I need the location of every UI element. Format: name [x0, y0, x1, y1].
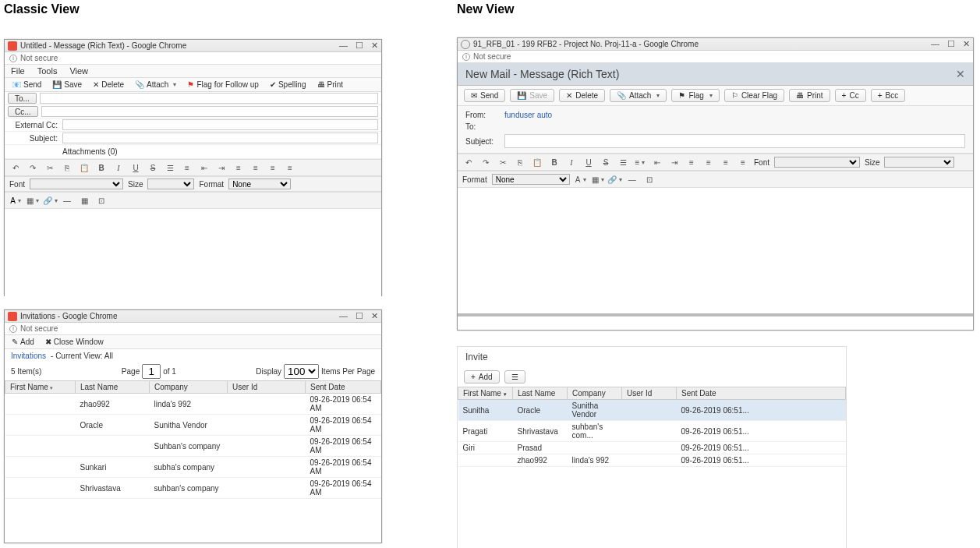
- align-right-icon[interactable]: ≡: [720, 156, 732, 168]
- close-window-button[interactable]: ✖ Close Window: [43, 337, 106, 347]
- bcc-button[interactable]: + Bcc: [871, 89, 906, 102]
- subject-input[interactable]: [504, 134, 965, 148]
- print-button[interactable]: 🖶 Print: [315, 80, 346, 90]
- external-cc-input[interactable]: [62, 119, 378, 130]
- strike-icon[interactable]: S: [147, 161, 159, 174]
- table-row[interactable]: zhao992linda's 99209-26-2019 06:51...: [458, 454, 846, 467]
- align-left-icon[interactable]: ≡: [685, 156, 698, 168]
- cc-button[interactable]: Cc...: [8, 106, 38, 117]
- table-row[interactable]: Suhban's company09-26-2019 06:54 AM: [5, 436, 381, 457]
- list-bullet-icon[interactable]: ☰: [164, 161, 176, 174]
- col-sent[interactable]: Sent Date: [677, 387, 846, 400]
- col-userid[interactable]: User Id: [622, 387, 677, 400]
- invite-settings-button[interactable]: ☰: [504, 370, 525, 384]
- message-body[interactable]: [5, 209, 381, 326]
- minimize-icon[interactable]: —: [339, 311, 348, 321]
- invitations-link[interactable]: Invitations: [11, 352, 46, 360]
- link-icon[interactable]: 🔗: [44, 194, 56, 207]
- strike-icon[interactable]: S: [600, 156, 612, 168]
- message-body[interactable]: [458, 188, 973, 316]
- delete-button[interactable]: ✕ Delete: [90, 80, 126, 90]
- col-company[interactable]: Company: [568, 387, 622, 400]
- link-icon[interactable]: 🔗: [609, 173, 621, 186]
- size-select[interactable]: [147, 179, 194, 189]
- italic-icon[interactable]: I: [112, 161, 125, 174]
- menu-file[interactable]: File: [11, 66, 25, 76]
- table-icon[interactable]: ▦: [78, 194, 90, 207]
- close-icon[interactable]: ✕: [956, 68, 965, 80]
- maximize-icon[interactable]: ☐: [947, 39, 955, 49]
- align-center-icon[interactable]: ≡: [702, 156, 715, 168]
- maximize-icon[interactable]: ☐: [356, 41, 363, 51]
- table-row[interactable]: OracleSunitha Vendor09-26-2019 06:54 AM: [5, 415, 381, 436]
- outdent-icon[interactable]: ⇤: [651, 156, 663, 168]
- send-button[interactable]: ✉ Send: [464, 89, 505, 102]
- list-num-icon[interactable]: ≡: [181, 161, 193, 174]
- minimize-icon[interactable]: —: [931, 39, 939, 49]
- menu-view[interactable]: View: [69, 66, 88, 76]
- redo-icon[interactable]: ↷: [27, 161, 39, 174]
- format-select[interactable]: None: [492, 174, 570, 185]
- cut-icon[interactable]: ✂: [44, 161, 56, 174]
- image-icon[interactable]: ⊡: [643, 173, 656, 186]
- maximize-icon[interactable]: ☐: [356, 311, 363, 321]
- font-select[interactable]: [774, 157, 860, 168]
- hr-icon[interactable]: —: [61, 194, 73, 207]
- align-left-icon[interactable]: ≡: [232, 161, 245, 174]
- subject-input[interactable]: [62, 133, 378, 143]
- minimize-icon[interactable]: —: [339, 41, 348, 51]
- copy-icon[interactable]: ⎘: [61, 161, 73, 174]
- copy-icon[interactable]: ⎘: [514, 156, 526, 168]
- highlight-icon[interactable]: ▦: [27, 194, 39, 207]
- paste-icon[interactable]: 📋: [78, 161, 90, 174]
- clear-flag-button[interactable]: ⚐ Clear Flag: [724, 89, 784, 102]
- table-row[interactable]: zhao992linda's 99209-26-2019 06:54 AM: [5, 394, 381, 415]
- attachments-label[interactable]: Attachments (0): [62, 146, 118, 157]
- outdent-icon[interactable]: ⇤: [198, 161, 211, 174]
- save-button[interactable]: 💾 Save: [50, 80, 84, 90]
- align-center-icon[interactable]: ≡: [249, 161, 262, 174]
- info-icon[interactable]: i: [9, 55, 17, 62]
- cc-input[interactable]: [41, 106, 378, 117]
- table-row[interactable]: PragatiShrivastavasuhban's com...09-26-2…: [458, 421, 846, 442]
- from-value[interactable]: funduser auto: [504, 111, 552, 119]
- underline-icon[interactable]: U: [582, 156, 595, 168]
- info-icon[interactable]: i: [462, 53, 470, 61]
- image-icon[interactable]: ⊡: [95, 194, 108, 207]
- list-bullet-icon[interactable]: ☰: [617, 156, 629, 168]
- col-last[interactable]: Last Name: [513, 387, 568, 400]
- paste-icon[interactable]: 📋: [531, 156, 543, 168]
- delete-button[interactable]: ✕ Delete: [559, 89, 605, 102]
- page-input[interactable]: [142, 364, 161, 379]
- save-button[interactable]: 💾 Save: [510, 89, 554, 102]
- menu-tools[interactable]: Tools: [37, 66, 58, 76]
- undo-icon[interactable]: ↶: [462, 156, 475, 168]
- add-button[interactable]: ✎ Add: [9, 337, 37, 347]
- align-right-icon[interactable]: ≡: [267, 161, 279, 174]
- close-icon[interactable]: ✕: [963, 39, 970, 49]
- font-select[interactable]: [30, 179, 123, 189]
- redo-icon[interactable]: ↷: [479, 156, 492, 168]
- list-num-icon[interactable]: ≡: [634, 156, 646, 168]
- size-select[interactable]: [884, 157, 954, 168]
- perpage-select[interactable]: 100: [284, 364, 319, 379]
- col-company[interactable]: Company: [150, 381, 228, 394]
- to-input[interactable]: [40, 93, 378, 104]
- attach-button[interactable]: 📎 Attach: [610, 89, 667, 102]
- cut-icon[interactable]: ✂: [497, 156, 509, 168]
- highlight-icon[interactable]: ▦: [592, 173, 604, 186]
- justify-icon[interactable]: ≡: [284, 161, 296, 174]
- attach-button[interactable]: 📎 Attach: [133, 80, 179, 90]
- print-button[interactable]: 🖶 Print: [789, 89, 830, 102]
- to-button[interactable]: To...: [8, 93, 37, 104]
- format-select[interactable]: None: [228, 179, 291, 189]
- info-icon[interactable]: i: [9, 325, 17, 333]
- close-icon[interactable]: ✕: [371, 41, 378, 51]
- undo-icon[interactable]: ↶: [9, 161, 22, 174]
- col-userid[interactable]: User Id: [228, 381, 306, 394]
- table-row[interactable]: SunithaOracleSunitha Vendor09-26-2019 06…: [458, 400, 846, 421]
- hr-icon[interactable]: —: [626, 173, 639, 186]
- table-row[interactable]: GiriPrasad09-26-2019 06:51...: [458, 442, 846, 454]
- font-color-icon[interactable]: A: [9, 194, 22, 207]
- justify-icon[interactable]: ≡: [737, 156, 749, 168]
